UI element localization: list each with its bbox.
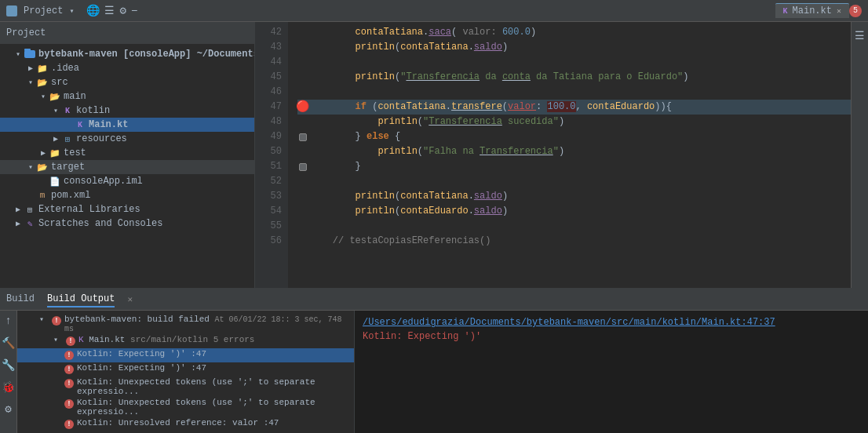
gutter-47: 🔴 <box>297 102 308 113</box>
minus-icon[interactable]: − <box>131 5 137 17</box>
build-item-root[interactable]: ▾ ! bytebank-maven: build failed At 06/0… <box>17 314 354 334</box>
expand-arrow-icon: ▶ <box>13 219 24 228</box>
tab-mainkt[interactable]: K Main.kt ✕ <box>775 3 849 18</box>
sidebar-item-test[interactable]: ▶ 📁 test <box>0 146 254 160</box>
build-error-1[interactable]: ! Kotlin: Expecting ')' :47 <box>17 348 354 362</box>
globe-icon[interactable]: 🌐 <box>86 4 100 17</box>
sidebar-item-label-main: main <box>64 91 86 102</box>
tab-bar: K Main.kt ✕ 5 <box>775 3 862 18</box>
code-line-45: println("Transferencia da conta da Tatia… <box>297 70 851 85</box>
expand-arrow-icon: ▾ <box>13 49 24 59</box>
build-error-1-label: Kotlin: Expecting ')' :47 <box>77 349 349 358</box>
bug-icon[interactable]: 🐞 <box>2 380 16 394</box>
scratches-icon: ✎ <box>24 217 36 230</box>
gutter-52 <box>297 176 308 187</box>
code-line-52 <box>297 174 851 189</box>
main-content: Project ▾ bytebank-maven [consoleApp] ~/… <box>0 22 868 288</box>
build-file-link[interactable]: /Users/edudigrazia/Documents/bytebank-ma… <box>363 317 775 328</box>
sidebar-item-pomxml[interactable]: ▶ m pom.xml <box>0 188 254 202</box>
project-folder-icon <box>24 48 36 60</box>
build-tree: ▾ ! bytebank-maven: build failed At 06/0… <box>17 311 355 433</box>
gutter-53 <box>297 191 308 202</box>
sidebar-item-label-idea: .idea <box>51 63 79 74</box>
sidebar: Project ▾ bytebank-maven [consoleApp] ~/… <box>0 22 255 288</box>
hammer-icon[interactable]: 🔨 <box>2 336 16 350</box>
error-icon: ! <box>66 337 75 346</box>
sidebar-header: Project <box>0 22 254 44</box>
sidebar-item-label-target: target <box>51 162 85 173</box>
error-icon: ! <box>64 379 74 388</box>
build-item-mainkt[interactable]: ▾ ! K Main.kt src/main/kotlin 5 errors <box>17 334 354 348</box>
build-mainkt-label: K Main.kt src/main/kotlin 5 errors <box>78 335 349 344</box>
folder-icon: 📂 <box>49 90 61 103</box>
code-line-46 <box>297 85 851 100</box>
error-icon: ! <box>52 316 61 326</box>
bottom-content: ↑ 🔨 🔧 🐞 ⚙ ▾ ! bytebank-maven: build fail… <box>0 311 868 433</box>
sidebar-item-resources[interactable]: ▶ ⊞ resources <box>0 132 254 146</box>
sidebar-item-scratches[interactable]: ▶ ✎ Scratches and Consoles <box>0 216 254 231</box>
build-error-2-label: Kotlin: Expecting ')' :47 <box>77 363 349 373</box>
build-error-2[interactable]: ! Kotlin: Expecting ')' :47 <box>17 362 354 377</box>
folder-icon: 📁 <box>36 62 49 75</box>
code-content[interactable]: contaTatiana.saca( valor: 600.0) println… <box>288 22 851 288</box>
code-line-55 <box>297 219 851 234</box>
gutter-55 <box>297 221 308 232</box>
gutter-45 <box>297 72 308 83</box>
expand-arrow-icon: ▶ <box>50 134 61 144</box>
sidebar-item-ext-libs[interactable]: ▶ ⊞ External Libraries <box>0 202 254 216</box>
code-line-47: 🔴 if (contaTatiana.transfere(valor: 100.… <box>297 100 851 115</box>
sidebar-item-main[interactable]: ▾ 📂 main <box>0 89 254 104</box>
target-folder-icon: 📂 <box>36 161 49 173</box>
sidebar-item-iml[interactable]: ▶ 📄 consoleApp.iml <box>0 174 254 188</box>
expand-arrow-icon: ▶ <box>13 205 24 214</box>
gutter-48 <box>297 117 308 128</box>
build-error-5-label: Kotlin: Unresolved reference: valor :47 <box>77 418 349 428</box>
gutter-49 <box>297 132 308 143</box>
settings-icon[interactable]: ⚙ <box>119 4 126 17</box>
sidebar-item-bytebank-maven[interactable]: ▾ bytebank-maven [consoleApp] ~/Document… <box>0 47 254 61</box>
build-right-error-text: Kotlin: Expecting ')' <box>363 331 481 342</box>
close-tab-icon[interactable]: ✕ <box>837 6 841 16</box>
tab-mainkt-label: Main.kt <box>793 5 832 16</box>
sidebar-item-idea[interactable]: ▶ 📁 .idea <box>0 61 254 75</box>
code-line-53: println(contaTatiana.saldo) <box>297 189 851 204</box>
build-error-4-label: Kotlin: Unexpected tokens (use ';' to se… <box>77 398 349 417</box>
wrench-icon[interactable]: 🔧 <box>2 358 16 372</box>
error-icon: ! <box>64 420 74 429</box>
close-build-panel-icon[interactable]: ✕ <box>127 294 133 304</box>
libraries-icon: ⊞ <box>24 203 36 216</box>
arrow-up-icon[interactable]: ↑ <box>2 314 16 328</box>
tab-build[interactable]: Build <box>6 292 35 307</box>
list-icon[interactable]: ☰ <box>104 4 115 17</box>
sidebar-item-mainkt[interactable]: ▶ K Main.kt <box>0 118 254 132</box>
tab-build-output[interactable]: Build Output <box>47 292 115 307</box>
line-numbers: 42 43 44 45 46 47 48 49 50 51 52 53 54 5… <box>255 22 288 288</box>
editor: 42 43 44 45 46 47 48 49 50 51 52 53 54 5… <box>255 22 851 288</box>
gutter-44 <box>297 57 308 68</box>
error-icon: ! <box>64 399 74 409</box>
top-bar: Project ▾ 🌐 ☰ ⚙ − K Main.kt ✕ 5 <box>0 0 868 22</box>
sidebar-item-kotlin[interactable]: ▾ K kotlin <box>0 104 254 118</box>
gutter-54 <box>297 206 308 217</box>
code-line-42: contaTatiana.saca( valor: 600.0) <box>297 25 851 40</box>
left-panel-icons: ↑ 🔨 🔧 🐞 ⚙ <box>0 311 17 433</box>
build-error-5[interactable]: ! Kotlin: Unresolved reference: valor :4… <box>17 417 354 431</box>
expand-arrow-icon: ▾ <box>25 78 36 87</box>
structure-icon[interactable]: ☰ <box>853 28 867 42</box>
sidebar-item-src[interactable]: ▾ 📂 src <box>0 75 254 89</box>
folder-icon: 📂 <box>36 76 49 89</box>
bottom-tabs: Build Build Output ✕ <box>0 289 868 311</box>
toolbar-actions: 🌐 ☰ ⚙ − <box>86 4 137 17</box>
build-error-4[interactable]: ! Kotlin: Unexpected tokens (use ';' to … <box>17 397 354 417</box>
code-line-43: println(contaTatiana.saldo) <box>297 40 851 55</box>
build-error-3[interactable]: ! Kotlin: Unexpected tokens (use ';' to … <box>17 377 354 397</box>
expand-arrow-icon: ▾ <box>50 106 61 115</box>
kotlin-folder-icon: K <box>61 104 74 117</box>
settings2-icon[interactable]: ⚙ <box>2 402 16 416</box>
gutter-42 <box>297 27 308 38</box>
dropdown-arrow-icon[interactable]: ▾ <box>69 6 74 16</box>
sidebar-item-label-pom: pom.xml <box>51 190 90 201</box>
code-line-51: } <box>297 159 851 174</box>
code-area: 42 43 44 45 46 47 48 49 50 51 52 53 54 5… <box>255 22 851 288</box>
sidebar-item-target[interactable]: ▾ 📂 target <box>0 160 254 174</box>
